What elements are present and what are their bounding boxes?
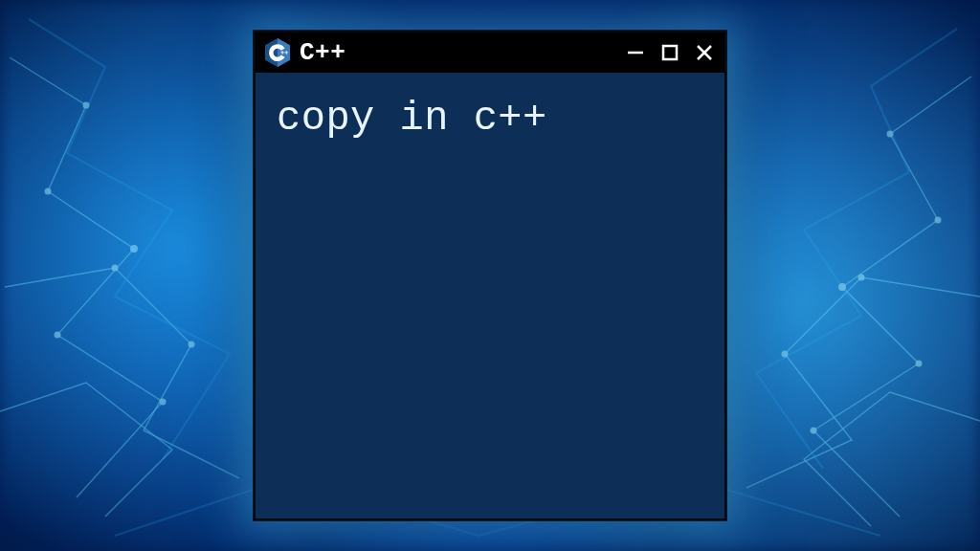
app-window: C++ copy in c++ bbox=[254, 31, 726, 520]
minimize-button[interactable] bbox=[623, 40, 648, 65]
svg-point-9 bbox=[838, 283, 846, 291]
svg-rect-17 bbox=[280, 52, 284, 53]
window-controls bbox=[623, 40, 717, 65]
svg-point-6 bbox=[189, 342, 195, 348]
svg-point-8 bbox=[935, 217, 942, 224]
maximize-button[interactable] bbox=[657, 40, 682, 65]
content-text: copy in c++ bbox=[277, 96, 703, 142]
svg-point-11 bbox=[811, 428, 817, 434]
svg-point-0 bbox=[83, 102, 90, 109]
window-content: copy in c++ bbox=[256, 73, 724, 165]
svg-point-4 bbox=[160, 399, 167, 406]
app-title: C++ bbox=[300, 38, 345, 67]
svg-point-3 bbox=[55, 332, 61, 339]
svg-point-10 bbox=[916, 361, 923, 367]
svg-point-5 bbox=[112, 265, 119, 272]
svg-rect-19 bbox=[284, 52, 288, 53]
titlebar[interactable]: C++ bbox=[256, 33, 724, 73]
svg-point-13 bbox=[782, 351, 789, 358]
svg-rect-21 bbox=[663, 46, 677, 59]
svg-point-1 bbox=[45, 188, 52, 195]
svg-point-7 bbox=[887, 131, 894, 138]
svg-point-2 bbox=[130, 245, 138, 253]
svg-point-12 bbox=[858, 275, 865, 281]
close-button[interactable] bbox=[692, 40, 717, 65]
cpp-logo-icon bbox=[265, 38, 290, 67]
